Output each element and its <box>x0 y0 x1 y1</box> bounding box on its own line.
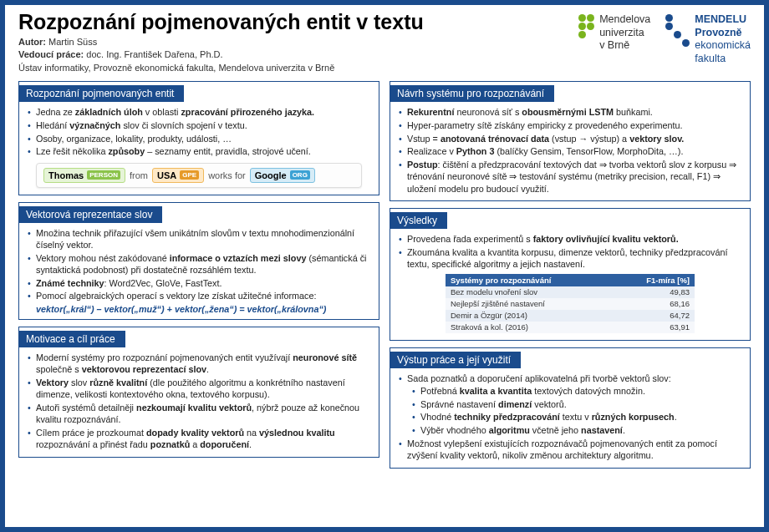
list-item: Pomocí algebraických operací s vektory l… <box>36 290 374 301</box>
list-item: Výběr vhodného algoritmu včetně jeho nas… <box>420 424 745 436</box>
list-item: Rekurentní neuronová síť s obousměrnými … <box>407 106 745 118</box>
author-name: Martin Süss <box>48 37 97 47</box>
affiliation: Ústav informatiky, Provozně ekonomická f… <box>18 62 578 74</box>
entity-org: Google ORG <box>250 168 315 183</box>
list-item: Správné nastavení dimenzí vektorů. <box>420 398 745 410</box>
entity-gpe: USA GPE <box>152 168 204 183</box>
logo-text-uni: Mendelova univerzita v Brně <box>599 13 650 53</box>
table-header-row: Systémy pro rozpoznávání F1-míra [%] <box>446 274 695 286</box>
plain-word: works for <box>208 170 246 180</box>
author-line: Autor: Martin Süss <box>18 36 578 48</box>
logo-mendelu-fac: MENDELU Provozně ekonomická fakulta <box>665 13 751 66</box>
section-title-output: Výstup práce a její využití <box>390 352 521 368</box>
list-item: Provedena řada experimentů s faktory ovl… <box>407 233 745 245</box>
poster: Rozpoznání pojmenovaných entit v textu A… <box>0 0 769 532</box>
section-design: Návrh systému pro rozpoznávání Rekurentn… <box>390 81 751 201</box>
list-item: Známé techniky: Word2Vec, GloVe, FastTex… <box>36 277 374 289</box>
entity-person: Thomas PERSON <box>43 168 125 183</box>
list-item: Lze řešit několika způsoby – seznamy ent… <box>36 145 374 157</box>
list-item: Vektory slov různě kvalitní (dle použité… <box>36 377 374 401</box>
author-label: Autor: <box>18 37 46 47</box>
table-row: Nejlepší zjištěné nastavení68,16 <box>446 298 695 310</box>
list-item: Zkoumána kvalita a kvantita korpusu, dim… <box>407 246 745 271</box>
supervisor-label: Vedoucí práce: <box>18 49 84 59</box>
section-ner: Rozpoznání pojmenovaných entit Jedna ze … <box>18 81 379 195</box>
ner-list: Jedna ze základních úloh v oblasti zprac… <box>24 106 374 158</box>
ner-example: Thomas PERSON from USA GPE works for Goo… <box>36 163 362 188</box>
list-item: Realizace v Python 3 (balíčky Gensim, Te… <box>407 145 745 157</box>
header-text: Rozpoznání pojmenovaných entit v textu A… <box>18 10 578 74</box>
logo-dots-green <box>578 13 594 38</box>
mot-list: Moderní systémy pro rozpoznání pojmenova… <box>24 352 374 451</box>
page-title: Rozpoznání pojmenovaných entit v textu <box>18 10 578 34</box>
list-item: Potřebná kvalita a kvantita textových da… <box>420 385 745 397</box>
list-item: Vhodné techniky předzpracování textu v r… <box>420 411 745 423</box>
table-header: Systémy pro rozpoznávání <box>446 274 614 286</box>
vec-list: Množina technik přiřazující všem unikátn… <box>24 227 374 302</box>
list-item: Možnost vylepšení existujících rozpoznáv… <box>407 438 745 462</box>
logos: Mendelova univerzita v Brně MENDELU Prov… <box>578 10 751 66</box>
right-column: Návrh systému pro rozpoznávání Rekurentn… <box>390 81 751 519</box>
list-item: Vstup = anotovaná trénovací data (vstup … <box>407 133 745 144</box>
list-item: Vektory mohou nést zakódované informace … <box>36 252 374 276</box>
supervisor-line: Vedoucí práce: doc. Ing. František Dařen… <box>18 48 578 61</box>
section-title-design: Návrh systému pro rozpoznávání <box>390 85 554 102</box>
section-vectors: Vektorová reprezentace slov Množina tech… <box>18 202 379 320</box>
supervisor-name: doc. Ing. František Dařena, Ph.D. <box>86 49 222 59</box>
list-item: Autoři systémů detailněji nezkoumají kva… <box>36 402 374 426</box>
design-list: Rekurentní neuronová síť s obousměrnými … <box>395 106 745 195</box>
list-item: Hledání význačných slov či slovních spoj… <box>36 119 374 131</box>
results-list: Provedena řada experimentů s faktory ovl… <box>395 233 745 270</box>
header: Rozpoznání pojmenovaných entit v textu A… <box>18 10 751 74</box>
vector-formula: vektor(„král“) – vektor(„muž“) + vektor(… <box>24 304 374 314</box>
results-table: Systémy pro rozpoznávání F1-míra [%] Bez… <box>446 274 695 333</box>
table-row: Bez modelu vnoření slov49,83 <box>446 286 695 298</box>
section-output: Výstup práce a její využití Sada poznatk… <box>390 347 751 469</box>
table-row: Straková a kol. (2016)63,91 <box>446 322 695 333</box>
list-item: Množina technik přiřazující všem unikátn… <box>36 227 374 251</box>
list-item: Sada poznatků a doporučení aplikovatelná… <box>407 372 745 437</box>
output-sublist: Potřebná kvalita a kvantita textových da… <box>407 385 745 437</box>
table-row: Demir a Özgür (2014)64,72 <box>446 310 695 322</box>
section-title-results: Výsledky <box>390 212 447 229</box>
plain-word: from <box>130 170 148 180</box>
list-item: Moderní systémy pro rozpoznání pojmenova… <box>36 352 374 376</box>
logo-dots-blue <box>665 13 690 47</box>
section-title-mot: Motivace a cíl práce <box>19 331 125 347</box>
list-item: Jedna ze základních úloh v oblasti zprac… <box>36 106 374 118</box>
list-item: Osoby, organizace, lokality, produkty, u… <box>36 133 374 144</box>
section-results: Výsledky Provedena řada experimentů s fa… <box>390 208 751 340</box>
list-item: Postup: čištění a předzpracování textový… <box>407 159 745 195</box>
list-item: Hyper-parametry sítě získány empiricky z… <box>407 119 745 131</box>
output-list: Sada poznatků a doporučení aplikovatelná… <box>395 372 745 462</box>
logo-mendelu-uni: Mendelova univerzita v Brně <box>578 13 650 53</box>
left-column: Rozpoznání pojmenovaných entit Jedna ze … <box>18 81 379 519</box>
list-item: Cílem práce je prozkoumat dopady kvality… <box>36 427 374 451</box>
section-title-vec: Vektorová reprezentace slov <box>19 206 162 223</box>
table-header: F1-míra [%] <box>614 274 695 286</box>
section-title-ner: Rozpoznání pojmenovaných entit <box>19 85 184 102</box>
columns: Rozpoznání pojmenovaných entit Jedna ze … <box>18 81 751 519</box>
logo-text-fac: MENDELU Provozně ekonomická fakulta <box>695 13 751 66</box>
section-motivation: Motivace a cíl práce Moderní systémy pro… <box>18 327 379 458</box>
